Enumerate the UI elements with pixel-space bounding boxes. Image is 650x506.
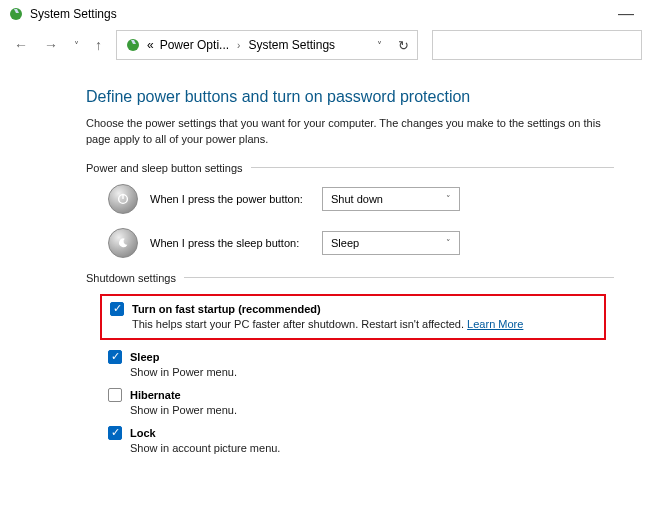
app-icon <box>8 6 24 22</box>
sleep-checkbox[interactable]: ✓ <box>108 350 122 364</box>
chevron-down-icon: ˅ <box>446 238 451 248</box>
power-button-value: Shut down <box>331 193 383 205</box>
recent-dropdown[interactable]: ˅ <box>74 40 79 51</box>
option-hibernate: Hibernate Show in Power menu. <box>108 388 614 416</box>
power-icon <box>108 184 138 214</box>
sleep-title: Sleep <box>130 351 159 363</box>
sleep-button-select[interactable]: Sleep ˅ <box>322 231 460 255</box>
titlebar: System Settings — <box>0 0 650 26</box>
minimize-button[interactable]: — <box>612 6 640 22</box>
breadcrumb-item-power-options[interactable]: Power Opti... <box>160 38 229 52</box>
section-power-sleep-title: Power and sleep button settings <box>86 162 243 174</box>
highlighted-fast-startup: ✓ Turn on fast startup (recommended) Thi… <box>100 294 606 340</box>
sleep-button-label: When I press the sleep button: <box>150 237 310 249</box>
titlebar-left: System Settings <box>8 6 117 22</box>
lock-title: Lock <box>130 427 156 439</box>
section-power-sleep-header: Power and sleep button settings <box>86 162 614 174</box>
sleep-icon <box>108 228 138 258</box>
section-shutdown-header: Shutdown settings <box>86 272 614 284</box>
breadcrumb-separator: › <box>237 40 240 51</box>
option-fast-startup: ✓ Turn on fast startup (recommended) Thi… <box>110 302 596 330</box>
nav-arrows: ← → ˅ ↑ <box>14 37 102 53</box>
hibernate-desc: Show in Power menu. <box>130 404 614 416</box>
content: Define power buttons and turn on passwor… <box>0 68 650 454</box>
lock-desc: Show in account picture menu. <box>130 442 614 454</box>
breadcrumb-prefix: « <box>147 38 154 52</box>
power-button-select[interactable]: Shut down ˅ <box>322 187 460 211</box>
back-button[interactable]: ← <box>14 37 28 53</box>
address-dropdown[interactable]: ˅ <box>377 40 382 51</box>
lock-checkbox[interactable]: ✓ <box>108 426 122 440</box>
power-button-label: When I press the power button: <box>150 193 310 205</box>
option-lock: ✓ Lock Show in account picture menu. <box>108 426 614 454</box>
breadcrumb-item-system-settings[interactable]: System Settings <box>248 38 335 52</box>
power-options-icon <box>125 37 141 53</box>
option-sleep: ✓ Sleep Show in Power menu. <box>108 350 614 378</box>
fast-startup-checkbox[interactable]: ✓ <box>110 302 124 316</box>
section-shutdown-title: Shutdown settings <box>86 272 176 284</box>
sleep-button-value: Sleep <box>331 237 359 249</box>
window-title: System Settings <box>30 7 117 21</box>
hibernate-checkbox[interactable] <box>108 388 122 402</box>
fast-startup-desc: This helps start your PC faster after sh… <box>132 318 596 330</box>
shutdown-settings-list: ✓ Turn on fast startup (recommended) Thi… <box>108 294 614 454</box>
chevron-down-icon: ˅ <box>446 194 451 204</box>
page-title: Define power buttons and turn on passwor… <box>86 88 614 106</box>
fast-startup-title: Turn on fast startup (recommended) <box>132 303 321 315</box>
hibernate-title: Hibernate <box>130 389 181 401</box>
up-button[interactable]: ↑ <box>95 37 102 53</box>
sleep-button-row: When I press the sleep button: Sleep ˅ <box>108 228 614 258</box>
toolbar: ← → ˅ ↑ « Power Opti... › System Setting… <box>0 26 650 68</box>
address-bar[interactable]: « Power Opti... › System Settings ˅ ↻ <box>116 30 418 60</box>
forward-button[interactable]: → <box>44 37 58 53</box>
sleep-desc: Show in Power menu. <box>130 366 614 378</box>
refresh-button[interactable]: ↻ <box>398 38 409 53</box>
power-button-row: When I press the power button: Shut down… <box>108 184 614 214</box>
page-description: Choose the power settings that you want … <box>86 116 606 148</box>
search-input[interactable] <box>432 30 642 60</box>
learn-more-link[interactable]: Learn More <box>467 318 523 330</box>
